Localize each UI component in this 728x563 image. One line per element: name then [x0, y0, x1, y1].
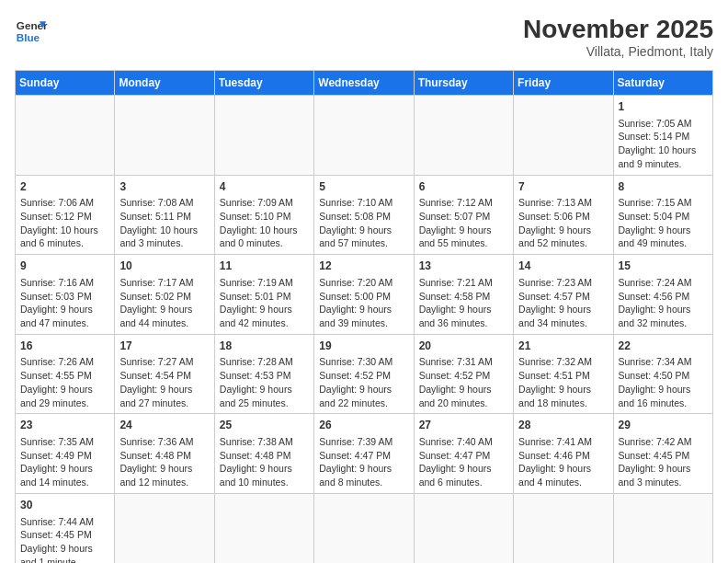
calendar-cell: 11Sunrise: 7:19 AMSunset: 5:01 PMDayligh… [214, 255, 313, 335]
cell-text: and 12 minutes. [119, 477, 188, 488]
title-block: November 2025 Villata, Piedmont, Italy [523, 15, 713, 59]
calendar-cell [214, 493, 313, 563]
cell-text: Sunrise: 7:30 AM [319, 356, 392, 367]
cell-text: Sunset: 4:45 PM [619, 450, 690, 461]
cell-text: Sunset: 5:12 PM [20, 211, 92, 222]
calendar-cell: 27Sunrise: 7:40 AMSunset: 4:47 PMDayligh… [414, 414, 513, 494]
cell-text: and 14 minutes. [20, 477, 89, 488]
cell-text: Daylight: 9 hours [518, 463, 591, 474]
calendar-cell: 2Sunrise: 7:06 AMSunset: 5:12 PMDaylight… [16, 175, 115, 255]
cell-text: Sunrise: 7:38 AM [220, 436, 293, 447]
day-number: 9 [20, 259, 109, 274]
cell-text: Daylight: 10 hours [20, 224, 98, 236]
cell-text: Sunrise: 7:15 AM [619, 197, 692, 208]
cell-text: Daylight: 9 hours [220, 384, 292, 395]
day-number: 27 [419, 418, 508, 433]
cell-text: Sunrise: 7:21 AM [419, 277, 493, 288]
cell-text: Sunrise: 7:23 AM [518, 277, 592, 288]
calendar-cell: 22Sunrise: 7:34 AMSunset: 4:50 PMDayligh… [613, 334, 712, 414]
calendar-cell [514, 96, 613, 176]
cell-text: Daylight: 9 hours [619, 224, 691, 236]
day-number: 21 [518, 339, 608, 354]
cell-text: and 44 minutes. [119, 317, 188, 328]
cell-text: Daylight: 9 hours [619, 384, 691, 395]
cell-text: and 25 minutes. [220, 397, 289, 408]
calendar-cell: 20Sunrise: 7:31 AMSunset: 4:52 PMDayligh… [414, 334, 513, 414]
calendar-cell: 15Sunrise: 7:24 AMSunset: 4:56 PMDayligh… [613, 255, 712, 335]
calendar-cell: 9Sunrise: 7:16 AMSunset: 5:03 PMDaylight… [16, 255, 115, 335]
cell-text: Sunset: 5:04 PM [619, 211, 690, 222]
cell-text: Sunset: 5:01 PM [220, 291, 291, 302]
calendar-cell [16, 96, 115, 176]
week-row-5: 23Sunrise: 7:35 AMSunset: 4:49 PMDayligh… [16, 414, 713, 494]
cell-text: Sunset: 5:02 PM [119, 291, 191, 302]
cell-text: Sunset: 4:53 PM [220, 370, 291, 381]
calendar-cell: 24Sunrise: 7:36 AMSunset: 4:48 PMDayligh… [115, 414, 214, 494]
day-header-saturday: Saturday [613, 71, 712, 96]
calendar-cell: 17Sunrise: 7:27 AMSunset: 4:54 PMDayligh… [115, 334, 214, 414]
cell-text: Sunset: 5:11 PM [119, 211, 191, 222]
day-number: 2 [20, 179, 109, 195]
cell-text: and 3 minutes. [619, 477, 682, 488]
cell-text: Daylight: 9 hours [419, 384, 492, 395]
cell-text: and 4 minutes. [518, 477, 582, 488]
cell-text: and 8 minutes. [319, 477, 382, 488]
cell-text: and 9 minutes. [619, 158, 682, 169]
cell-text: and 55 minutes. [419, 237, 488, 248]
cell-text: Sunset: 4:51 PM [518, 370, 590, 381]
cell-text: Daylight: 9 hours [518, 304, 591, 315]
cell-text: Sunrise: 7:13 AM [518, 197, 592, 208]
logo: General Blue [15, 15, 48, 48]
cell-text: and 20 minutes. [419, 397, 488, 408]
cell-text: and 29 minutes. [20, 397, 89, 408]
cell-text: and 6 minutes. [20, 237, 84, 248]
cell-text: Sunrise: 7:35 AM [20, 436, 94, 447]
cell-text: Sunset: 4:45 PM [20, 529, 92, 540]
cell-text: Sunrise: 7:10 AM [319, 197, 392, 208]
cell-text: Daylight: 9 hours [220, 304, 292, 315]
calendar-cell: 13Sunrise: 7:21 AMSunset: 4:58 PMDayligh… [414, 255, 513, 335]
calendar-cell: 10Sunrise: 7:17 AMSunset: 5:02 PMDayligh… [115, 255, 214, 335]
day-number: 17 [119, 339, 209, 354]
logo-icon: General Blue [15, 15, 48, 48]
cell-text: Sunrise: 7:41 AM [518, 436, 592, 447]
cell-text: Daylight: 9 hours [119, 384, 192, 395]
calendar-cell: 29Sunrise: 7:42 AMSunset: 4:45 PMDayligh… [613, 414, 712, 494]
day-number: 25 [220, 418, 309, 433]
cell-text: Sunrise: 7:24 AM [619, 277, 692, 288]
cell-text: Sunrise: 7:40 AM [419, 436, 493, 447]
calendar-cell: 1Sunrise: 7:05 AMSunset: 5:14 PMDaylight… [613, 96, 712, 176]
cell-text: Sunset: 4:46 PM [518, 450, 590, 461]
calendar-cell: 25Sunrise: 7:38 AMSunset: 4:48 PMDayligh… [214, 414, 313, 494]
cell-text: Daylight: 9 hours [20, 384, 93, 395]
cell-text: Daylight: 9 hours [319, 224, 392, 236]
day-number: 13 [419, 259, 508, 274]
cell-text: Daylight: 10 hours [619, 144, 697, 155]
cell-text: Daylight: 9 hours [20, 543, 93, 554]
cell-text: Sunrise: 7:27 AM [119, 356, 193, 367]
cell-text: Daylight: 9 hours [20, 463, 93, 474]
day-number: 19 [319, 339, 408, 354]
cell-text: Sunset: 5:14 PM [619, 131, 690, 142]
cell-text: and 18 minutes. [518, 397, 587, 408]
calendar-cell: 12Sunrise: 7:20 AMSunset: 5:00 PMDayligh… [314, 255, 414, 335]
svg-text:Blue: Blue [17, 31, 40, 43]
cell-text: and 42 minutes. [220, 317, 289, 328]
cell-text: Sunrise: 7:06 AM [20, 197, 94, 208]
calendar-cell [613, 493, 712, 563]
week-row-6: 30Sunrise: 7:44 AMSunset: 4:45 PMDayligh… [16, 493, 713, 563]
day-headers-row: SundayMondayTuesdayWednesdayThursdayFrid… [16, 71, 713, 96]
location: Villata, Piedmont, Italy [523, 44, 713, 59]
cell-text: Sunrise: 7:28 AM [220, 356, 293, 367]
cell-text: and 3 minutes. [119, 237, 183, 248]
cell-text: Sunset: 5:08 PM [319, 211, 391, 222]
cell-text: Sunset: 4:56 PM [619, 291, 690, 302]
day-number: 22 [619, 339, 708, 354]
calendar-cell: 18Sunrise: 7:28 AMSunset: 4:53 PMDayligh… [214, 334, 313, 414]
month-title: November 2025 [523, 15, 713, 44]
cell-text: Sunset: 4:48 PM [220, 450, 291, 461]
cell-text: Daylight: 9 hours [518, 224, 591, 236]
cell-text: Daylight: 9 hours [319, 463, 392, 474]
day-number: 10 [119, 259, 209, 274]
cell-text: Sunset: 5:03 PM [20, 291, 92, 302]
